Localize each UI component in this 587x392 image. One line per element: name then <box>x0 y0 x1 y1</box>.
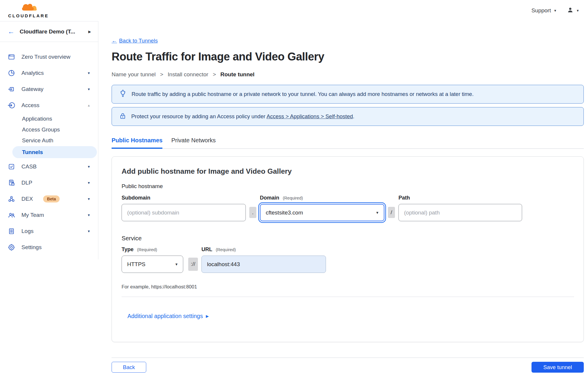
path-input[interactable] <box>398 204 522 221</box>
back-link-label: Back to Tunnels <box>119 38 158 44</box>
caret-down-icon: ▼ <box>87 165 90 168</box>
sidebar-item-label: DLP <box>21 180 32 186</box>
support-menu[interactable]: Support ▼ <box>532 7 557 14</box>
caret-up-icon: ▲ <box>87 104 90 107</box>
sidebar-item-label: Service Auth <box>22 137 53 144</box>
top-header: CLOUDFLARE Support ▼ ▼ <box>0 0 587 21</box>
sidebar-item-label: DEX <box>21 196 33 202</box>
chevron-down-icon: ▼ <box>576 9 579 12</box>
service-field-row: Type (Required) HTTPS ▼ :// URL (Require… <box>122 246 574 273</box>
domain-select[interactable]: cftestsite3.com ▼ <box>260 204 384 221</box>
access-banner-suffix: . <box>353 113 354 119</box>
logs-icon <box>8 227 15 235</box>
cloudflare-logo[interactable]: CLOUDFLARE <box>8 3 49 18</box>
sidebar-item-tunnels-active[interactable]: Tunnels <box>12 146 97 158</box>
scheme-separator: :// <box>188 258 198 271</box>
card-title: Add public hostname for Image and Video … <box>122 167 574 175</box>
tip-banner: Route traffic by adding a public hostnam… <box>112 85 584 104</box>
subdomain-input[interactable] <box>122 204 246 221</box>
sidebar-item-label: Applications <box>22 116 52 122</box>
caret-down-icon: ▼ <box>87 197 90 201</box>
service-url-input[interactable] <box>201 256 326 273</box>
caret-down-icon: ▼ <box>87 229 90 233</box>
page-title: Route Traffic for Image and Video Galler… <box>112 50 584 63</box>
dropdown-caret-icon: ▼ <box>175 262 178 266</box>
sidebar-item-dlp[interactable]: DLP ▼ <box>0 175 98 191</box>
sidebar-item-label: Access Groups <box>22 126 60 133</box>
step-route-tunnel-current: Route tunnel <box>221 71 255 78</box>
dropdown-caret-icon: ▼ <box>376 211 379 215</box>
sidebar-item-gateway[interactable]: Gateway ▼ <box>0 81 98 97</box>
sidebar-item-dex[interactable]: DEX Beta ▼ <box>0 191 98 207</box>
service-type-value: HTTPS <box>127 261 145 268</box>
dlp-icon <box>8 179 15 187</box>
account-name: Cloudflare Demo (T... <box>20 28 83 35</box>
back-button[interactable]: Back <box>112 362 146 373</box>
save-tunnel-button[interactable]: Save tunnel <box>532 362 584 373</box>
tab-private-networks[interactable]: Private Networks <box>171 137 216 149</box>
footer-actions: Back Save tunnel <box>112 362 584 373</box>
gateway-icon <box>8 85 15 93</box>
domain-select-value: cftestsite3.com <box>266 209 303 216</box>
sidebar-item-my-team[interactable]: My Team ▼ <box>0 207 98 223</box>
sidebar-item-service-auth[interactable]: Service Auth <box>0 135 98 146</box>
sidebar-item-label: Zero Trust overview <box>21 54 70 60</box>
sidebar-item-casb[interactable]: CASB ▼ <box>0 158 98 175</box>
sidebar-item-logs[interactable]: Logs ▼ <box>0 223 98 239</box>
lightbulb-icon <box>119 89 127 99</box>
public-hostname-group-label: Public hostname <box>122 183 574 190</box>
service-section-label: Service <box>122 235 574 242</box>
access-policy-banner: Protect your resource by adding an Acces… <box>112 107 584 126</box>
url-label: URL <box>201 246 212 252</box>
hostname-tabs: Public Hostnames Private Networks <box>112 137 584 149</box>
account-switcher[interactable]: ← Cloudflare Demo (T... ▶ <box>0 21 98 42</box>
sidebar-item-label: Tunnels <box>22 149 43 156</box>
tab-public-hostnames[interactable]: Public Hostnames <box>112 137 162 149</box>
slash-separator: / <box>388 207 395 218</box>
domain-required-hint: (Required) <box>283 196 303 200</box>
step-name-your-tunnel[interactable]: Name your tunnel <box>112 71 156 78</box>
sidebar-item-applications[interactable]: Applications <box>0 113 98 124</box>
access-icon <box>8 102 15 109</box>
type-required-hint: (Required) <box>137 247 157 252</box>
sidebar-item-analytics[interactable]: Analytics ▼ <box>0 65 98 81</box>
caret-down-icon: ▼ <box>87 213 90 217</box>
analytics-icon <box>8 69 15 77</box>
additional-application-settings-link[interactable]: Additional application settings ▶ <box>127 313 209 320</box>
sidebar-item-label: Analytics <box>21 70 44 76</box>
caret-down-icon: ▼ <box>87 181 90 185</box>
type-label: Type <box>122 246 134 252</box>
tip-banner-text: Route traffic by adding a public hostnam… <box>132 91 474 97</box>
sidebar-item-access[interactable]: Access ▲ <box>0 97 98 113</box>
hostname-field-row: Subdomain . Domain (Required) cftestsite… <box>122 195 574 221</box>
step-install-connector[interactable]: Install connector <box>168 71 208 78</box>
sidebar-nav: Zero Trust overview Analytics ▼ Gateway … <box>0 42 98 255</box>
access-applications-self-hosted-link[interactable]: Access > Applications > Self-hosted <box>267 113 353 119</box>
service-type-select[interactable]: HTTPS ▼ <box>122 256 183 273</box>
sidebar-item-label: Access <box>21 102 39 109</box>
subdomain-label: Subdomain <box>122 195 246 201</box>
add-hostname-card: Add public hostname for Image and Video … <box>112 156 584 342</box>
disclosure-right-icon: ▶ <box>206 314 209 318</box>
caret-down-icon: ▼ <box>87 71 90 75</box>
step-separator: > <box>160 71 163 78</box>
sidebar-item-label: My Team <box>21 212 44 218</box>
sidebar-item-access-groups[interactable]: Access Groups <box>0 124 98 135</box>
footer-divider <box>112 357 584 358</box>
back-arrow-icon: ← <box>112 38 117 44</box>
back-to-tunnels-link[interactable]: ← Back to Tunnels <box>112 38 158 44</box>
sidebar: ← Cloudflare Demo (T... ▶ Zero Trust ove… <box>0 21 98 259</box>
settings-icon <box>8 244 15 251</box>
domain-label: Domain <box>260 195 279 201</box>
url-required-hint: (Required) <box>216 247 236 252</box>
sidebar-item-settings[interactable]: Settings <box>0 239 98 255</box>
sidebar-item-label: Gateway <box>21 86 43 92</box>
sidebar-item-zero-trust-overview[interactable]: Zero Trust overview <box>0 49 98 65</box>
wizard-steps: Name your tunnel > Install connector > R… <box>112 71 584 78</box>
overview-icon <box>8 53 15 61</box>
back-arrow-icon: ← <box>8 28 14 35</box>
logo-wordmark: CLOUDFLARE <box>8 13 49 18</box>
user-menu[interactable]: ▼ <box>567 6 579 15</box>
chevron-right-icon: ▶ <box>88 30 91 34</box>
dex-icon <box>8 195 15 203</box>
